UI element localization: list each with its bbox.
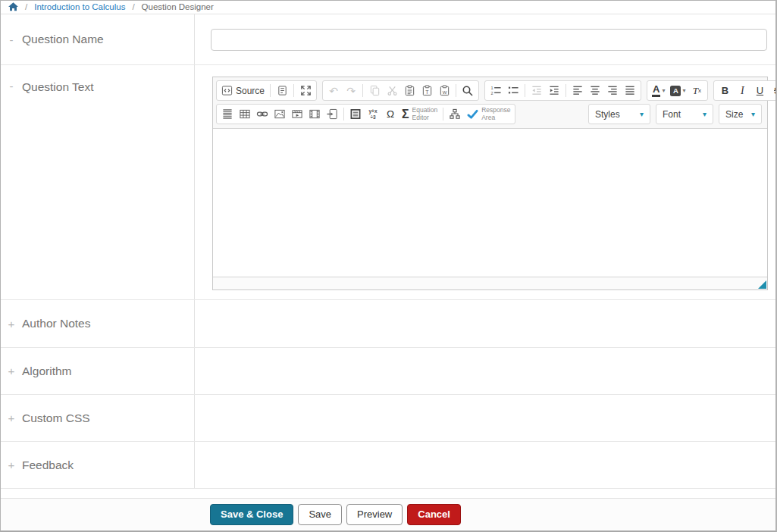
toolbar-group-colors: A ▾ A ▾ Tx [647, 80, 708, 101]
paste-plain-text-button[interactable]: T [421, 83, 433, 99]
editor-content-area[interactable] [213, 129, 767, 277]
equation-editor-button[interactable]: Σ EquationEditor [402, 106, 437, 122]
toolbar-separator [293, 84, 294, 97]
home-button[interactable] [8, 2, 18, 11]
algorithm-variable-button[interactable] [449, 106, 461, 122]
algorithm-header: + Algorithm [1, 348, 195, 394]
toolbar-separator [443, 108, 443, 120]
paste-button[interactable] [403, 83, 415, 99]
section-custom-css: + Custom CSS [1, 395, 775, 442]
line-spacing-button[interactable] [221, 106, 233, 122]
cut-button[interactable] [386, 83, 398, 99]
remove-format-sub: x [698, 87, 701, 94]
numbered-list-button[interactable]: 12 [490, 83, 502, 99]
response-label-line1: Response [481, 106, 510, 114]
toolbar-separator [343, 108, 344, 120]
align-left-icon [572, 85, 584, 96]
question-text-header: - Question Text [1, 65, 195, 299]
preview-button[interactable]: Preview [346, 504, 403, 525]
footer-action-bar: Save & Close Save Preview Cancel [1, 498, 775, 530]
toolbar-group-basicstyles: B I U S x₂ x² [713, 80, 777, 101]
templates-button[interactable] [276, 83, 288, 99]
paste-from-word-button[interactable]: W [438, 83, 450, 99]
svg-text:T: T [425, 89, 429, 95]
undo-button[interactable]: ↶ [327, 83, 340, 99]
source-icon [221, 85, 233, 96]
maximize-button[interactable] [299, 83, 312, 99]
collapse-toggle-icon[interactable]: - [8, 34, 15, 45]
size-dropdown[interactable]: Size ▾ [719, 104, 762, 124]
insert-media-button[interactable] [291, 106, 303, 122]
breadcrumb: / Introduction to Calculus / Question De… [1, 1, 775, 14]
embed-content-button[interactable] [326, 106, 338, 122]
feedback-content [195, 442, 775, 488]
div-container-button[interactable] [349, 106, 362, 122]
section-label: Question Text [22, 80, 94, 94]
justify-button[interactable] [624, 83, 636, 99]
insert-table-button[interactable] [239, 106, 251, 122]
toolbar-row-1: Source [213, 79, 767, 102]
toolbar-separator [270, 84, 271, 97]
response-area-button[interactable]: ResponseArea [466, 106, 510, 122]
math-expression-button[interactable]: y+x÷3 [367, 106, 379, 122]
insert-image-button[interactable] [274, 106, 286, 122]
text-color-icon: A [652, 84, 660, 97]
chevron-down-icon: ▾ [703, 110, 707, 118]
collapse-toggle-icon[interactable]: - [8, 80, 15, 92]
align-right-button[interactable] [606, 83, 619, 99]
line-spacing-icon [221, 108, 233, 120]
section-label: Question Name [22, 33, 104, 46]
resize-handle[interactable] [758, 280, 766, 289]
section-label: Algorithm [22, 365, 71, 378]
paste-text-icon: T [421, 85, 433, 96]
insert-link-button[interactable] [256, 106, 268, 122]
outdent-button[interactable] [531, 83, 543, 99]
rich-text-editor: Source [212, 77, 768, 290]
breadcrumb-current-page: Question Designer [142, 2, 214, 11]
text-color-button[interactable]: A ▾ [652, 83, 665, 99]
search-icon [462, 85, 474, 97]
align-left-button[interactable] [572, 83, 584, 99]
copy-button[interactable] [368, 83, 381, 99]
chevron-down-icon: ▾ [682, 87, 685, 94]
remove-format-button[interactable]: Tx [691, 83, 703, 99]
toolbar-group-paragraph: 12 [484, 80, 641, 101]
expand-toggle-icon[interactable]: + [8, 459, 15, 471]
bullet-list-button[interactable] [507, 83, 519, 99]
expand-toggle-icon[interactable]: + [8, 318, 15, 330]
toolbar-separator [566, 84, 566, 97]
breadcrumb-separator: / [25, 2, 27, 11]
bold-button[interactable]: B [719, 83, 731, 99]
background-color-button[interactable]: A ▾ [670, 83, 685, 99]
cancel-button[interactable]: Cancel [407, 504, 461, 525]
source-button[interactable]: Source [221, 83, 265, 99]
insert-video-button[interactable] [309, 106, 321, 122]
font-dropdown[interactable]: Font ▾ [656, 104, 713, 124]
toolbar-separator [362, 84, 363, 97]
find-replace-button[interactable] [462, 83, 474, 99]
styles-dropdown-label: Styles [595, 109, 620, 120]
align-right-icon [606, 85, 619, 96]
equation-label-line1: Equation [412, 106, 438, 114]
strikethrough-button[interactable]: S [771, 83, 777, 99]
expand-toggle-icon[interactable]: + [8, 412, 15, 424]
redo-button[interactable]: ↷ [345, 83, 357, 99]
special-character-button[interactable]: Ω [384, 106, 396, 122]
underline-button[interactable]: U [754, 83, 766, 99]
styles-dropdown[interactable]: Styles ▾ [588, 104, 650, 124]
footer-gap [1, 489, 775, 498]
feedback-header: + Feedback [1, 442, 195, 488]
question-name-input[interactable] [211, 29, 767, 51]
svg-text:2: 2 [490, 91, 493, 95]
outdent-icon [531, 85, 543, 96]
italic-button[interactable]: I [736, 83, 748, 99]
expand-toggle-icon[interactable]: + [8, 365, 15, 377]
custom-css-content [195, 395, 775, 441]
copy-icon [369, 85, 381, 96]
breadcrumb-link-course[interactable]: Introduction to Calculus [34, 2, 125, 11]
align-center-button[interactable] [589, 83, 601, 99]
equation-editor-label: EquationEditor [412, 107, 438, 122]
indent-button[interactable] [548, 83, 560, 99]
save-and-close-button[interactable]: Save & Close [210, 504, 293, 525]
save-button[interactable]: Save [298, 504, 342, 525]
